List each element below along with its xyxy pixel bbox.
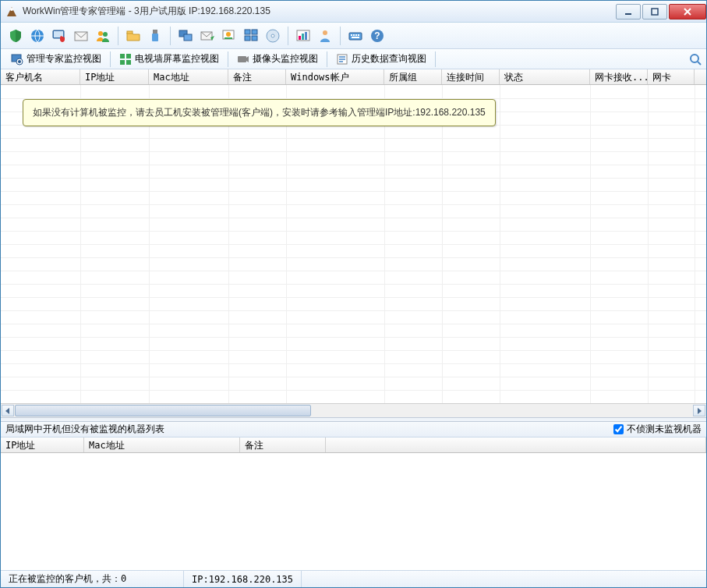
monitor-shield-icon[interactable] [49,26,69,46]
tv-wall-icon [119,53,132,66]
svg-rect-33 [358,34,359,36]
svg-rect-27 [305,32,307,40]
view-tab-label: 历史数据查询视图 [352,52,426,66]
column-header[interactable]: 连接时间 [442,69,500,84]
main-table-body[interactable]: 如果没有计算机被监控，请去员工机安装被管理端(客户端)，安装时请参考输入管理端I… [1,85,706,403]
column-header[interactable]: 状态 [500,69,590,84]
column-header[interactable]: 备注 [228,69,286,84]
view-tab-camera[interactable]: 摄像头监控视图 [232,50,323,68]
view-tab-label: 管理专家监控视图 [27,52,101,66]
column-header[interactable]: 网卡接收... [590,69,648,84]
svg-rect-21 [252,36,257,41]
statusbar: 正在被监控的客户机，共：0 IP:192.168.220.135 [1,570,706,587]
svg-rect-30 [351,34,352,36]
svg-rect-42 [120,60,125,65]
view-tab-label: 摄像头监控视图 [253,52,318,66]
svg-rect-9 [127,31,133,34]
column-header[interactable]: Mac地址 [149,69,228,84]
svg-rect-2 [652,9,658,15]
unmonitored-table-body[interactable] [1,453,706,570]
view-tab-label: 电视墙屏幕监控视图 [135,52,219,66]
svg-rect-40 [120,54,125,58]
titlebar: WorkWin管理专家管理端 - 3用户试用版 IP:192.168.220.1… [1,1,706,23]
app-window: WorkWin管理专家管理端 - 3用户试用版 IP:192.168.220.1… [0,0,707,588]
column-header[interactable]: 备注 [240,437,326,452]
column-header[interactable]: Mac地址 [84,437,240,452]
column-header[interactable]: IP地址 [1,437,84,452]
svg-rect-19 [252,30,257,34]
no-detect-checkbox-label: 不侦测未监视机器 [627,423,702,436]
maximize-button[interactable] [642,4,667,19]
close-button[interactable] [669,4,706,19]
view-tab-history[interactable]: 历史数据查询视图 [331,50,432,68]
svg-rect-20 [245,36,250,41]
screenshot-icon[interactable] [219,26,239,46]
column-header[interactable]: IP地址 [80,69,149,84]
view-tab-tvwall[interactable]: 电视墙屏幕监控视图 [114,50,224,68]
scrollbar-thumb[interactable] [15,405,311,416]
view-separator [435,51,436,67]
svg-point-7 [98,31,103,36]
status-ip: IP:192.168.220.135 [184,571,302,587]
svg-rect-11 [152,34,158,41]
view-separator [228,51,228,67]
window-title-text: WorkWin管理专家管理端 - 3用户试用版 IP:192.168.220.1… [23,5,270,18]
folder-icon[interactable] [123,26,143,46]
toolbar-separator [340,27,341,45]
svg-point-23 [271,34,274,37]
usb-icon[interactable] [145,26,165,46]
hint-tooltip-text: 如果没有计算机被监控，请去员工机安装被管理端(客户端)，安装时请参考输入管理端I… [33,107,486,118]
column-header[interactable]: 网卡 [648,69,695,84]
main-table-header: 客户机名IP地址Mac地址备注Windows帐户所属组连接时间状态网卡接收...… [1,69,706,85]
toolbar-separator [118,27,118,45]
history-icon [336,53,348,66]
keyboard-icon[interactable] [345,26,366,46]
send-icon[interactable] [197,26,217,46]
search-icon [689,53,702,66]
view-tab-monitoring[interactable]: 管理专家监控视图 [5,50,107,68]
status-client-count: 正在被监控的客户机，共：0 [1,571,184,587]
multiscreen-icon[interactable] [241,26,261,46]
shield-icon[interactable] [5,26,26,46]
svg-rect-34 [352,37,359,38]
scroll-right-arrow[interactable] [693,405,705,416]
window-controls [614,4,706,19]
svg-point-16 [226,32,231,37]
toolbar-separator [170,27,171,45]
svg-point-46 [691,55,698,62]
scroll-left-arrow[interactable] [2,405,14,416]
main-toolbar: ? [1,23,706,49]
search-button[interactable] [689,53,702,66]
grid-lines [1,85,706,403]
disc-icon[interactable] [263,26,283,46]
users-icon[interactable] [93,26,113,46]
column-header[interactable]: Windows帐户 [286,69,384,84]
svg-rect-43 [126,60,131,65]
unmonitored-panel: 局域网中开机但没有被监视的机器列表 不侦测未监视机器 IP地址Mac地址备注 [1,422,706,570]
svg-rect-41 [126,54,131,58]
horizontal-scrollbar[interactable] [1,403,706,417]
svg-rect-1 [625,13,631,15]
camera-icon [237,53,249,66]
monitor-eye-icon [11,53,23,66]
svg-rect-18 [245,30,250,34]
toolbar-separator [288,27,288,45]
unmonitored-panel-title: 局域网中开机但没有被监视的机器列表 不侦测未监视机器 [1,422,706,437]
svg-rect-25 [299,36,301,40]
minimize-button[interactable] [616,4,641,19]
svg-rect-26 [302,34,304,40]
no-detect-checkbox[interactable]: 不侦测未监视机器 [613,423,702,436]
column-header[interactable]: 所属组 [384,69,442,84]
view-tabs-bar: 管理专家监控视图 电视墙屏幕监控视图 摄像头监控视图 历史数据查询视图 [1,49,706,69]
svg-rect-10 [153,30,157,34]
window-title: WorkWin管理专家管理端 - 3用户试用版 IP:192.168.220.1… [5,5,614,18]
no-detect-checkbox-input[interactable] [613,424,624,434]
person-icon[interactable] [315,26,335,46]
help-icon[interactable]: ? [367,26,387,46]
globe-icon[interactable] [27,26,48,46]
chart-icon[interactable] [293,26,313,46]
screens-icon[interactable] [175,26,196,46]
mail-icon[interactable] [71,26,91,46]
svg-point-0 [10,8,13,11]
column-header[interactable]: 客户机名 [1,69,80,84]
